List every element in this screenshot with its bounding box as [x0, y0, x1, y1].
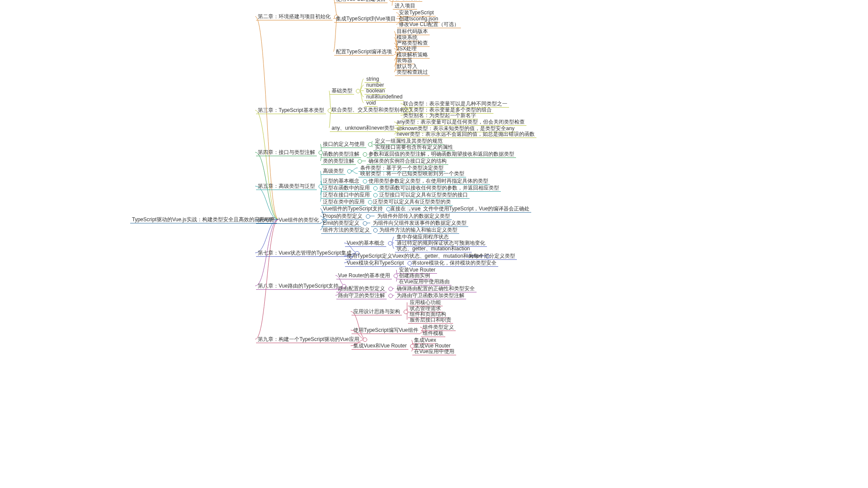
node-c5b[interactable]: 泛型的基本概念: [321, 177, 361, 185]
connector-dot: [373, 186, 378, 190]
node-c6a[interactable]: Vue组件的TypeScript支持: [321, 205, 385, 213]
node-c8a[interactable]: Vue Router的基本使用: [336, 272, 392, 279]
node-c6c1[interactable]: 为组件向父组件发送事件的数据定义类型: [371, 219, 468, 227]
node-c9c3[interactable]: 在Vue应用中使用: [412, 348, 456, 355]
connector-dot: [373, 228, 378, 233]
node-c2a[interactable]: 使用Vue CLI创建项目: [334, 0, 388, 3]
node-c6b1[interactable]: 为组件外部传入的数据定义类型: [375, 213, 452, 220]
node-c5[interactable]: 第五章：高级类型与泛型: [256, 183, 317, 190]
node-c4[interactable]: 第四章：接口与类型注解: [256, 149, 317, 156]
node-c7a3[interactable]: 状态、getter、mutation和action: [395, 245, 472, 252]
node-c5d[interactable]: 泛型在接口中的应用: [321, 191, 372, 199]
node-c7c1[interactable]: 将store模块化，保持模块的类型安全: [410, 259, 498, 267]
node-c5d1[interactable]: 泛型接口可以定义具有泛型类型的接口: [378, 191, 470, 199]
connector-dot: [404, 310, 408, 314]
connector-dot: [388, 241, 392, 246]
node-c5c[interactable]: 泛型在函数中的应用: [321, 184, 372, 192]
node-c6c[interactable]: Emit的类型定义: [321, 219, 361, 227]
node-c6a1[interactable]: 直接在 .vue 文件中使用TypeScript，Vue的编译器会正确处: [388, 205, 531, 213]
node-c3b[interactable]: 联合类型、交叉类型和类型别名: [330, 106, 406, 114]
node-c5a2[interactable]: 映射类型：将一个已知类型映射到另一个类型: [358, 170, 466, 177]
node-c2c8[interactable]: 类型检查跳过: [395, 69, 430, 76]
node-c4a[interactable]: 接口的定义与使用: [321, 141, 366, 148]
connector-dot: [373, 193, 378, 197]
mindmap-canvas[interactable]: TypeScript驱动的Vue.js实战：构建类型安全且高效的应用程序第二章：…: [0, 0, 868, 488]
connector-dot: [363, 337, 367, 342]
node-c9[interactable]: 第九章：构建一个TypeScript驱动的Vue应用: [256, 336, 361, 343]
connector-dot: [368, 142, 372, 147]
node-root[interactable]: TypeScript驱动的Vue.js实战：构建类型安全且高效的应用程序: [130, 216, 277, 223]
connector-dot: [388, 294, 393, 298]
node-c5c1[interactable]: 类型函数可以接收任何类型的参数，并返回相应类型: [378, 184, 501, 192]
node-c6d[interactable]: 组件方法的类型定义: [321, 226, 372, 234]
node-c4b[interactable]: 函数的类型注解: [321, 151, 361, 158]
node-c8a3[interactable]: 在Vue应用中使用路由: [397, 278, 451, 285]
node-c3c3[interactable]: never类型：表示永远不会返回的值，如总是抛出错误的函数: [395, 131, 536, 138]
connector-dot: [358, 159, 362, 164]
node-c7[interactable]: 第七章：Vuex状态管理的TypeScript集成: [256, 249, 353, 257]
node-c7a[interactable]: Vuex的基本概念: [345, 239, 386, 247]
node-c5b1[interactable]: 使用类型参数定义类型，在使用时再指定具体的类型: [367, 177, 490, 185]
node-c8c[interactable]: 路由守卫的类型注解: [336, 292, 387, 299]
node-c9c[interactable]: 集成Vuex和Vue Router: [352, 342, 408, 350]
node-c5e1[interactable]: 泛型类可以定义具有泛型类型的类: [371, 198, 453, 206]
node-c6b[interactable]: Props的类型定义: [321, 213, 364, 220]
connector-dot: [363, 221, 367, 226]
node-c4b1[interactable]: 参数和返回值的类型注解，明确函数期望接收和返回的数据类型: [367, 151, 516, 158]
node-c9b[interactable]: 使用TypeScript编写Vue组件: [352, 327, 420, 334]
node-c2c[interactable]: 配置TypeScript编译选项: [334, 48, 394, 56]
node-c3a[interactable]: 基础类型: [330, 87, 354, 95]
node-c7b[interactable]: 使用TypeScript定义Vuex的状态、getter、mutation和ac…: [345, 252, 484, 260]
node-c4c1[interactable]: 确保类的实例符合接口定义的结构: [367, 157, 448, 165]
node-c9b2[interactable]: 组件模板: [421, 330, 445, 337]
node-c9a4[interactable]: 服务层接口和职责: [408, 316, 453, 324]
node-c3c[interactable]: any、unknown和never类型: [330, 124, 396, 132]
node-c2b[interactable]: 集成TypeScript到Vue项目: [334, 15, 398, 23]
node-c7c[interactable]: Vuex模块化和TypeScript: [345, 259, 406, 267]
node-c8b[interactable]: 路由配置的类型定义: [336, 285, 387, 292]
node-c4c[interactable]: 类的类型注解: [321, 157, 356, 165]
node-c2[interactable]: 第二章：环境搭建与项目初始化: [256, 13, 332, 20]
node-c5a[interactable]: 高级类型: [321, 167, 345, 175]
node-c7b1[interactable]: 为每个部分定义类型: [467, 252, 517, 260]
node-c3[interactable]: 第三章：TypeScript基本类型: [256, 107, 326, 114]
node-c8c1[interactable]: 为路由守卫函数添加类型注解: [395, 292, 466, 299]
node-c9a[interactable]: 应用设计思路与架构: [352, 308, 402, 315]
node-c6d1[interactable]: 为组件方法的输入和输出定义类型: [378, 226, 459, 234]
connector-dot: [388, 287, 393, 291]
node-c2a2[interactable]: 进入项目: [393, 2, 417, 10]
node-c3a5[interactable]: void: [365, 99, 378, 107]
connector-dot: [356, 89, 360, 93]
node-c5e[interactable]: 泛型在类中的应用: [321, 198, 366, 206]
node-c8[interactable]: 第八章：Vue路由的TypeScript支持: [256, 282, 340, 290]
node-c6[interactable]: 第六章：Vue组件的类型化: [256, 216, 321, 224]
node-c2a1[interactable]: 创建新项目: [393, 0, 422, 2]
node-c8b1[interactable]: 确保路由配置的正确性和类型安全: [395, 285, 477, 292]
connector-dot: [347, 169, 352, 174]
connector-dot: [366, 214, 370, 219]
node-c2b3[interactable]: 修改Vue CLI配置（可选）: [397, 21, 461, 28]
node-c4a2[interactable]: 实现接口需要包含所有定义的属性: [373, 144, 455, 151]
